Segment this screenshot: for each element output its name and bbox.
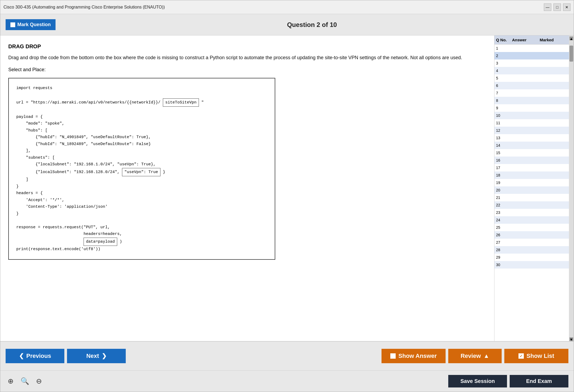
end-exam-button[interactable]: End Exam (510, 375, 568, 387)
mark-question-label: Mark Question (17, 22, 51, 27)
q-number: 24 (496, 218, 512, 222)
code-line-9: {"hubId": "N_1892489", "useDefaultRoute"… (16, 141, 267, 148)
show-answer-label: Show Answer (398, 353, 437, 359)
zoom-reset-button[interactable]: 🔍 (18, 376, 31, 386)
minimize-button[interactable]: — (544, 3, 551, 11)
drop-box-sitevpn[interactable]: siteToSiteVpn (163, 98, 199, 107)
q-number: 27 (496, 240, 512, 245)
scrollbar-thumb[interactable] (569, 46, 573, 62)
code-line-21: response = requests.request("PUT", url, (16, 224, 267, 231)
question-list-item[interactable]: 24 (494, 216, 569, 224)
code-line-15: } (16, 183, 267, 190)
q-number: 16 (496, 158, 512, 162)
code-line-10: ], (16, 147, 267, 154)
question-list-item[interactable]: 14 (494, 142, 569, 149)
question-list-item[interactable]: 15 (494, 149, 569, 157)
q-number: 6 (496, 83, 512, 88)
q-number: 20 (496, 188, 512, 192)
q-number: 4 (496, 69, 512, 73)
code-line-12: {"localSubnet": "192.168.1.0/24", "useVp… (16, 161, 267, 168)
question-list-item[interactable]: 8 (494, 97, 569, 104)
chevron-right-icon (102, 353, 107, 359)
question-list-item[interactable]: 28 (494, 246, 569, 254)
code-line-17: 'Accept': '*/*', (16, 197, 267, 204)
question-list-item[interactable]: 16 (494, 157, 569, 164)
q-number: 5 (496, 76, 512, 80)
show-list-checkbox-icon (518, 353, 524, 359)
q-number: 14 (496, 143, 512, 147)
question-text: Drag and drop the code from the bottom o… (8, 54, 486, 62)
code-line-1: import requests (16, 85, 267, 92)
question-list-item[interactable]: 19 (494, 179, 569, 186)
show-answer-button[interactable]: Show Answer (382, 349, 446, 363)
question-list-item[interactable]: 10 (494, 112, 569, 119)
question-list-item[interactable]: 11 (494, 119, 569, 127)
question-list-item[interactable]: 3 (494, 59, 569, 67)
q-number: 10 (496, 113, 512, 118)
question-list-item[interactable]: 5 (494, 74, 569, 82)
question-list-item[interactable]: 26 (494, 231, 569, 239)
code-line-16: headers = { (16, 190, 267, 197)
drop-box-payload[interactable]: data=payload (84, 238, 117, 246)
zoom-in-button[interactable]: ⊕ (6, 376, 16, 386)
previous-button[interactable]: Previous (6, 349, 64, 363)
question-list-scroll[interactable]: 1234567891011121314151617181920212223242… (494, 45, 569, 341)
code-line-23: data=payload ) (16, 238, 267, 246)
content-area: DRAG DROP Drag and drop the code from th… (0, 35, 574, 341)
q-number: 8 (496, 98, 512, 103)
mark-question-button[interactable]: Mark Question (6, 19, 56, 30)
question-list-item[interactable]: 27 (494, 239, 569, 246)
checkbox-icon (10, 22, 15, 27)
question-list-item[interactable]: 7 (494, 89, 569, 97)
question-list-item[interactable]: 17 (494, 164, 569, 171)
scroll-up-arrow[interactable]: ▲ (569, 37, 573, 40)
question-list-item[interactable]: 22 (494, 201, 569, 209)
col-header-answer: Answer (512, 38, 540, 42)
q-number: 21 (496, 195, 512, 200)
question-list-item[interactable]: 12 (494, 127, 569, 134)
next-button[interactable]: Next (67, 349, 126, 363)
scroll-down-arrow[interactable]: ▼ (569, 337, 573, 341)
save-session-button[interactable]: Save Session (448, 375, 507, 387)
question-list-item[interactable]: 21 (494, 194, 569, 201)
code-block: import requests url = "https://api.merak… (8, 78, 275, 260)
review-arrow-icon: ▲ (483, 353, 489, 359)
q-number: 22 (496, 203, 512, 207)
code-line-5: payload = { (16, 114, 267, 121)
question-list-item[interactable]: 13 (494, 134, 569, 142)
header: Mark Question Question 2 of 10 (0, 14, 574, 35)
maximize-button[interactable]: □ (553, 3, 561, 11)
question-list-item[interactable]: 2 (494, 52, 569, 59)
question-title: Question 2 of 10 (56, 21, 568, 29)
question-list-item[interactable]: 9 (494, 104, 569, 112)
q-number: 7 (496, 91, 512, 95)
show-list-button[interactable]: Show List (504, 349, 568, 363)
q-number: 13 (496, 136, 512, 140)
zoom-out-button[interactable]: ⊖ (34, 376, 44, 386)
drop-box-usevpn[interactable]: "useVpn": True (122, 168, 160, 177)
select-place-label: Select and Place: (8, 67, 486, 73)
show-list-label: Show List (526, 353, 554, 359)
q-number: 17 (496, 166, 512, 170)
question-list-item[interactable]: 23 (494, 209, 569, 216)
q-number: 26 (496, 233, 512, 237)
window-title: Cisco 300-435 (Automating and Programmin… (3, 5, 165, 10)
question-list-item[interactable]: 6 (494, 82, 569, 89)
right-panel-container: Q No. Answer Marked 12345678910111213141… (494, 35, 574, 341)
question-list-item[interactable]: 25 (494, 224, 569, 231)
scrollbar-track[interactable]: ▲ ▼ (569, 35, 574, 341)
question-list-item[interactable]: 1 (494, 45, 569, 52)
q-number: 2 (496, 54, 512, 58)
question-list-item[interactable]: 4 (494, 67, 569, 74)
question-list-item[interactable]: 30 (494, 261, 569, 269)
review-button[interactable]: Review ▲ (448, 349, 502, 363)
code-line-3: url = "https://api.meraki.com/api/v0/net… (16, 98, 267, 107)
main-content: DRAG DROP Drag and drop the code from th… (0, 35, 494, 341)
q-number: 25 (496, 225, 512, 230)
question-list-item[interactable]: 29 (494, 254, 569, 261)
q-number: 30 (496, 263, 512, 267)
close-button[interactable]: ✕ (563, 3, 571, 11)
code-line-18: 'Content-Type': 'application/json' (16, 203, 267, 210)
question-list-item[interactable]: 20 (494, 186, 569, 194)
question-list-item[interactable]: 18 (494, 171, 569, 179)
